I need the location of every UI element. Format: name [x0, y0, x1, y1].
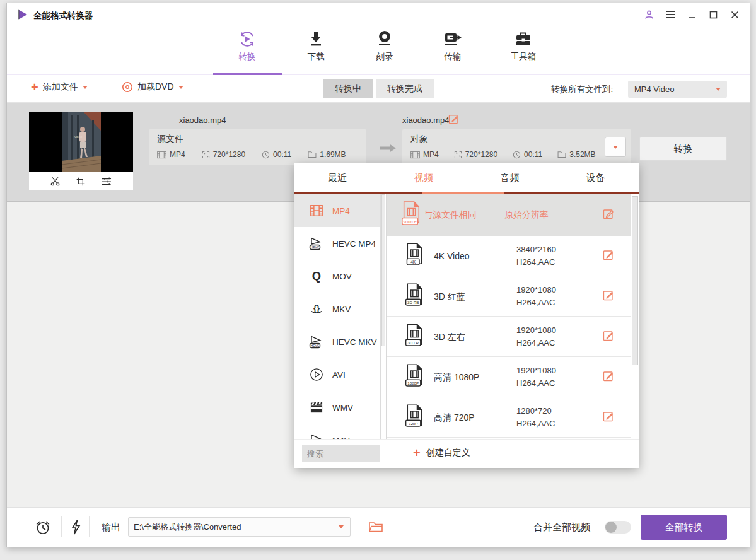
preset-codec: H264,AAC [516, 378, 555, 388]
popup-footer: + 创建自定义 [294, 439, 639, 468]
maximize-button[interactable] [707, 8, 719, 21]
add-files-button[interactable]: + 添加文件 [31, 81, 88, 93]
target-info-box: 对象 MP4 720*1280 00:11 3.52MB [402, 129, 631, 165]
svg-text:3D LR: 3D LR [407, 340, 419, 344]
format-item-wmv[interactable]: WMV [294, 391, 386, 424]
chevron-down-icon [83, 86, 88, 89]
edit-preset-icon[interactable] [603, 370, 614, 384]
output-format-select[interactable]: MP4 Video [628, 81, 727, 98]
convert-all-button[interactable]: 全部转换 [641, 515, 727, 540]
merge-all-label: 合并全部视频 [533, 522, 590, 534]
resolution-icon [454, 151, 462, 159]
tab-converting[interactable]: 转换中 [323, 79, 373, 98]
app-window: 全能格式转换器 转换 [6, 3, 750, 547]
trim-scissors-icon[interactable] [50, 176, 61, 187]
output-path-select[interactable] [128, 517, 351, 537]
preset-4k-video[interactable]: 4K 4K Video 3840*2160H264,AAC [387, 236, 631, 276]
format-item-avi[interactable]: AVI [294, 358, 386, 391]
source-filename: xiaodao.mp4 [179, 115, 226, 125]
target-size: 3.52MB [569, 150, 595, 159]
preset-hd-1080p[interactable]: 1080P 高清 1080P 1920*1080H264,AAC [387, 357, 631, 397]
preset-file-icon: 3D LR [404, 323, 424, 351]
rename-edit-icon[interactable] [448, 114, 459, 124]
format-item-mkv[interactable]: {} MKV [294, 293, 386, 325]
hevc-play-icon: HEVC [308, 236, 325, 251]
tab-download[interactable]: 下载 [288, 30, 344, 62]
tab-burn[interactable]: 刻录 [357, 30, 412, 62]
tab-transfer[interactable]: 传输 [425, 30, 480, 62]
preset-file-icon: 4K [404, 242, 424, 270]
merge-all-toggle[interactable] [605, 521, 631, 534]
toggle-knob [605, 522, 617, 533]
transfer-icon [425, 30, 480, 49]
menu-icon[interactable] [664, 8, 677, 21]
popup-tab-device[interactable]: 设备 [553, 163, 639, 192]
preset-file-icon: 1080P [404, 363, 424, 391]
popup-tab-video[interactable]: 视频 [381, 163, 467, 192]
preset-list-scrollbar[interactable] [631, 194, 639, 439]
preset-hd-720p[interactable]: 720P 高清 720P 1280*720H264,AAC [387, 397, 631, 438]
svg-text:{}: {} [313, 303, 320, 313]
download-icon [288, 30, 344, 49]
format-item-mov[interactable]: Q MOV [294, 260, 386, 293]
format-list: MP4 HEVC HEVC MP4 Q MOV {} MKV [294, 194, 387, 439]
svg-text:3D RB: 3D RB [407, 300, 419, 304]
preset-file-icon: 720P [404, 404, 424, 431]
edit-preset-icon[interactable] [603, 249, 614, 263]
edit-preset-icon[interactable] [603, 411, 614, 424]
target-format-dropdown-button[interactable] [605, 137, 626, 157]
schedule-clock-icon[interactable] [35, 519, 51, 538]
edit-preset-icon[interactable] [603, 208, 614, 222]
crop-icon[interactable] [76, 177, 86, 187]
load-dvd-button[interactable]: 加载DVD [122, 81, 183, 93]
preset-same-as-source[interactable]: source 与源文件相同 原始分辨率 [387, 194, 631, 236]
format-item-hevc-mkv[interactable]: HEVC HEVC MKV [294, 325, 386, 358]
search-input[interactable] [302, 445, 380, 462]
play-icon [308, 433, 325, 439]
tab-converted[interactable]: 转换完成 [376, 79, 434, 98]
mp4-film-icon [308, 204, 325, 218]
account-icon[interactable] [643, 8, 655, 21]
edit-preset-icon[interactable] [603, 289, 614, 303]
bottom-bar: 输出 合并全部视频 全部转换 [7, 507, 750, 547]
tab-toolbox[interactable]: 工具箱 [496, 30, 551, 62]
preset-list: source 与源文件相同 原始分辨率 4K 4K Video 3840*216… [387, 194, 631, 439]
preset-resolution: 1920*1080 [516, 325, 556, 335]
titlebar: 全能格式转换器 [7, 3, 750, 26]
svg-text:1080P: 1080P [407, 380, 419, 385]
arrow-right-icon [379, 143, 397, 153]
preset-3d-left-right[interactable]: 3D LR 3D 左右 1920*1080H264,AAC [387, 317, 631, 357]
adjust-sliders-icon[interactable] [101, 177, 112, 187]
video-thumbnail: VIDEO [29, 112, 133, 190]
svg-text:VIDEO: VIDEO [74, 136, 82, 139]
target-resolution: 720*1280 [465, 150, 497, 159]
mkv-brackets-icon: {} [308, 302, 325, 316]
popup-tab-recent[interactable]: 最近 [294, 163, 381, 192]
chevron-down-icon [339, 525, 344, 528]
source-format: MP4 [170, 150, 185, 159]
source-size: 1.69MB [320, 150, 346, 159]
output-path-input[interactable] [129, 522, 339, 532]
preset-resolution: 1280*720 [516, 406, 552, 416]
tab-convert[interactable]: 转换 [219, 30, 275, 62]
preset-resolution: 1920*1080 [516, 285, 556, 295]
plus-icon: + [31, 81, 38, 93]
source-info-box: 源文件 MP4 720*1280 00:11 1.69MB [149, 129, 366, 165]
format-item-mp4[interactable]: MP4 [294, 194, 386, 227]
create-custom-button[interactable]: + 创建自定义 [413, 447, 470, 458]
divider [61, 516, 62, 537]
output-label: 输出 [102, 522, 120, 534]
popup-tab-audio[interactable]: 音频 [467, 163, 553, 192]
target-filename: xiaodao.mp4 [402, 115, 449, 125]
edit-preset-icon[interactable] [603, 330, 614, 344]
convert-row-button[interactable]: 转换 [639, 137, 727, 161]
format-item-hevc-mp4[interactable]: HEVC HEVC MP4 [294, 227, 386, 260]
close-button[interactable] [728, 8, 741, 21]
minimize-button[interactable] [685, 8, 698, 21]
high-speed-icon[interactable] [69, 519, 82, 538]
preset-codec: H264,AAC [516, 419, 555, 428]
format-list-scrollbar[interactable] [380, 194, 386, 439]
preset-3d-red-blue[interactable]: 3D RB 3D 红蓝 1920*1080H264,AAC [387, 276, 631, 317]
open-folder-icon[interactable] [368, 520, 383, 535]
format-item-m4v[interactable]: M4V [294, 424, 386, 439]
